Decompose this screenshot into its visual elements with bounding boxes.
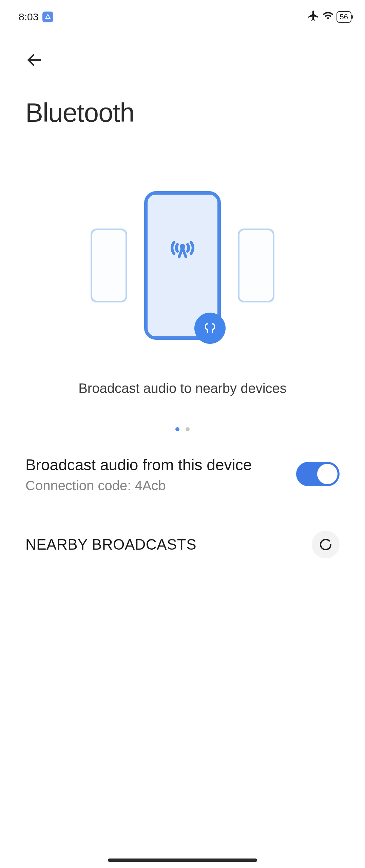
dot-inactive [186,427,190,431]
nearby-broadcasts-header-row: NEARBY BROADCASTS [0,493,365,558]
phone-right-icon [238,229,274,302]
wifi-icon [322,10,334,24]
broadcast-toggle-text: Broadcast audio from this device Connect… [25,455,296,493]
battery-indicator: 56 [337,11,351,23]
refresh-button[interactable] [312,531,340,558]
back-button[interactable] [0,31,365,70]
illustration-caption: Broadcast audio to nearby devices [0,381,365,396]
earbuds-badge-icon [194,313,226,344]
broadcast-toggle-subtitle: Connection code: 4Acb [25,478,283,493]
status-left: 8:03 [19,11,53,23]
broadcast-toggle-title: Broadcast audio from this device [25,455,283,475]
carousel-indicator[interactable] [0,427,365,431]
airplane-mode-icon [307,9,320,24]
broadcast-illustration [0,184,365,347]
status-time: 8:03 [19,11,38,23]
phone-center-icon [144,191,221,340]
page-title: Bluetooth [0,70,365,128]
dot-active [175,427,179,431]
phone-left-icon [91,229,127,302]
status-right: 56 [307,9,351,24]
broadcast-toggle-switch[interactable] [296,462,340,486]
nearby-broadcasts-header: NEARBY BROADCASTS [25,536,196,553]
app-indicator-icon [42,12,53,22]
home-indicator[interactable] [108,859,257,862]
status-bar: 8:03 56 [0,0,365,31]
svg-line-3 [182,248,186,257]
broadcast-toggle-row[interactable]: Broadcast audio from this device Connect… [0,431,365,493]
battery-level: 56 [340,13,348,21]
toggle-knob [317,464,338,484]
antenna-icon [169,234,196,263]
